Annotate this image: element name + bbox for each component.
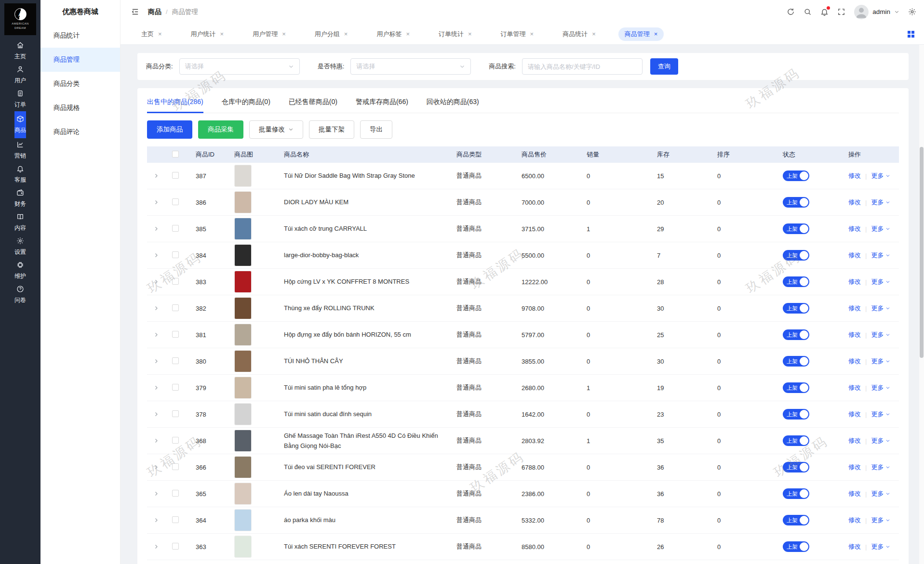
product-thumbnail[interactable]	[234, 244, 252, 266]
more-link[interactable]: 更多	[871, 542, 890, 551]
rail-item-wallet[interactable]: 财务	[14, 186, 26, 210]
row-checkbox[interactable]	[172, 543, 179, 550]
tab-close-icon[interactable]: ×	[220, 31, 224, 37]
status-toggle[interactable]: 上架	[783, 197, 809, 208]
tab-close-icon[interactable]: ×	[654, 31, 658, 37]
product-thumbnail[interactable]	[234, 324, 252, 346]
tab-close-icon[interactable]: ×	[592, 31, 596, 37]
more-link[interactable]: 更多	[871, 224, 890, 233]
row-expand-icon[interactable]	[147, 385, 165, 391]
status-toggle[interactable]: 上架	[783, 223, 809, 234]
more-link[interactable]: 更多	[871, 489, 890, 498]
more-link[interactable]: 更多	[871, 436, 890, 445]
action-button-0[interactable]: 添加商品	[147, 120, 192, 139]
product-thumbnail[interactable]	[234, 271, 252, 293]
special-select[interactable]: 请选择	[350, 58, 471, 75]
tab-close-icon[interactable]: ×	[530, 31, 534, 37]
product-thumbnail[interactable]	[234, 403, 252, 425]
product-tab-2[interactable]: 已经售罄商品(0)	[289, 91, 337, 113]
rail-item-order[interactable]: 订单	[14, 87, 26, 111]
product-thumbnail[interactable]	[234, 430, 252, 452]
edit-link[interactable]: 修改	[848, 463, 861, 472]
status-toggle[interactable]: 上架	[783, 515, 809, 525]
edit-link[interactable]: 修改	[848, 383, 861, 392]
row-expand-icon[interactable]	[147, 279, 165, 285]
action-button-2[interactable]: 批量修改	[249, 120, 303, 139]
rail-item-marketing[interactable]: 营销	[14, 138, 26, 162]
product-tab-3[interactable]: 警戒库存商品(66)	[356, 91, 408, 113]
rail-item-user[interactable]: 用户	[14, 63, 26, 87]
edit-link[interactable]: 修改	[848, 410, 861, 419]
row-expand-icon[interactable]	[147, 226, 165, 232]
settings-gear-icon[interactable]	[908, 8, 916, 16]
row-expand-icon[interactable]	[147, 358, 165, 364]
row-expand-icon[interactable]	[147, 305, 165, 311]
open-tab-6[interactable]: 订单管理×	[495, 27, 540, 41]
row-checkbox[interactable]	[172, 331, 179, 338]
open-tab-0[interactable]: 主页×	[135, 27, 168, 41]
product-thumbnail[interactable]	[234, 456, 252, 478]
status-toggle[interactable]: 上架	[783, 409, 809, 420]
edit-link[interactable]: 修改	[848, 198, 861, 207]
sidebar-item-1[interactable]: 商品管理	[40, 48, 120, 72]
product-thumbnail[interactable]	[234, 165, 252, 187]
sidebar-item-4[interactable]: 商品评论	[40, 120, 120, 144]
row-checkbox[interactable]	[172, 490, 179, 497]
more-link[interactable]: 更多	[871, 330, 890, 339]
row-checkbox[interactable]	[172, 251, 179, 258]
more-link[interactable]: 更多	[871, 304, 890, 313]
product-thumbnail[interactable]	[234, 297, 252, 319]
row-expand-icon[interactable]	[147, 438, 165, 444]
row-checkbox[interactable]	[172, 410, 179, 417]
more-link[interactable]: 更多	[871, 463, 890, 472]
rail-item-help[interactable]: 问卷	[14, 283, 26, 307]
edit-link[interactable]: 修改	[848, 542, 861, 551]
edit-link[interactable]: 修改	[848, 251, 861, 260]
notification-bell-icon[interactable]	[820, 8, 829, 16]
more-link[interactable]: 更多	[871, 198, 890, 207]
sidebar-item-2[interactable]: 商品分类	[40, 72, 120, 96]
status-toggle[interactable]: 上架	[783, 462, 809, 472]
status-toggle[interactable]: 上架	[783, 382, 809, 393]
status-toggle[interactable]: 上架	[783, 356, 809, 367]
product-search-input[interactable]	[522, 58, 643, 75]
edit-link[interactable]: 修改	[848, 357, 861, 366]
edit-link[interactable]: 修改	[848, 224, 861, 233]
sidebar-item-3[interactable]: 商品规格	[40, 96, 120, 120]
more-link[interactable]: 更多	[871, 251, 890, 260]
product-thumbnail[interactable]	[234, 377, 252, 399]
product-thumbnail[interactable]	[234, 483, 252, 505]
product-thumbnail[interactable]	[234, 218, 252, 240]
scrollbar-track[interactable]	[919, 45, 924, 564]
open-tab-1[interactable]: 用户统计×	[185, 27, 230, 41]
row-expand-icon[interactable]	[147, 411, 165, 417]
user-menu[interactable]: admin	[854, 5, 899, 19]
status-toggle[interactable]: 上架	[783, 435, 809, 446]
open-tab-5[interactable]: 订单统计×	[432, 27, 478, 41]
product-thumbnail[interactable]	[234, 191, 252, 213]
product-thumbnail[interactable]	[234, 350, 252, 372]
tab-layout-grid-icon[interactable]	[908, 31, 914, 38]
open-tab-8[interactable]: 商品管理×	[618, 27, 664, 41]
product-tab-4[interactable]: 回收站的商品(63)	[427, 91, 479, 113]
more-link[interactable]: 更多	[871, 171, 890, 180]
open-tab-7[interactable]: 商品统计×	[556, 27, 602, 41]
fullscreen-icon[interactable]	[837, 8, 845, 16]
select-all-checkbox[interactable]	[172, 151, 179, 157]
edit-link[interactable]: 修改	[848, 171, 861, 180]
more-link[interactable]: 更多	[871, 357, 890, 366]
row-expand-icon[interactable]	[147, 544, 165, 550]
rail-item-chip[interactable]: 维护	[14, 259, 26, 283]
tab-close-icon[interactable]: ×	[406, 31, 410, 37]
status-toggle[interactable]: 上架	[783, 303, 809, 314]
sidebar-item-0[interactable]: 商品统计	[40, 24, 120, 48]
edit-link[interactable]: 修改	[848, 277, 861, 286]
row-checkbox[interactable]	[172, 384, 179, 391]
action-button-4[interactable]: 导出	[360, 120, 392, 139]
search-icon[interactable]	[803, 8, 812, 16]
more-link[interactable]: 更多	[871, 516, 890, 525]
rail-item-home[interactable]: 主页	[14, 39, 26, 63]
action-button-3[interactable]: 批量下架	[309, 120, 354, 139]
product-tab-1[interactable]: 仓库中的商品(0)	[222, 91, 270, 113]
edit-link[interactable]: 修改	[848, 489, 861, 498]
